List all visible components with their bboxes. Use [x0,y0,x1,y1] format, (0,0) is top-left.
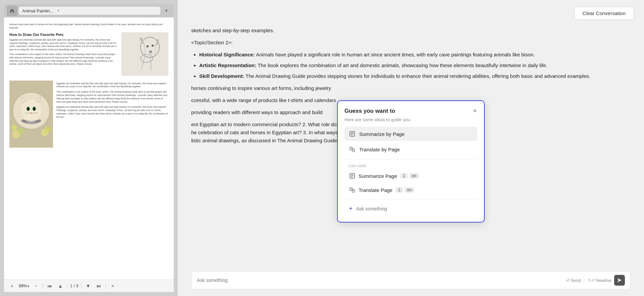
svg-point-4 [152,45,154,47]
last-translate-page-label: Translate Page [359,187,392,193]
translate-by-page-option[interactable]: Translate by Page [344,142,477,156]
tab-item[interactable]: Animal Paintin... × [19,7,160,15]
last-summarize-icon [348,172,356,180]
last-summarize-count: 1 [400,173,408,179]
home-button[interactable] [7,5,17,16]
pdf-body-text3: This combination is the subject of this … [56,90,168,103]
separator3 [81,283,82,289]
pdf-cat-image: Pajinia [9,81,53,148]
separator4 [106,283,106,289]
pdf-close-button[interactable]: × [109,282,117,290]
svg-text:Pajinia: Pajinia [27,120,35,124]
popup-ask-input[interactable] [356,206,473,211]
nav-prev-button[interactable]: ▲ [56,282,64,290]
zoom-in-button[interactable]: + [8,282,16,290]
tab-label: Animal Paintin... [22,8,54,13]
last-summarize-label-col: Summarize Page 1 en [359,173,473,179]
last-summarize-page-label: Summarize Page [359,173,397,179]
last-used-label: Last used [344,162,477,169]
svg-point-23 [12,125,17,130]
page-sep: / [74,284,75,288]
page-current: 1 [70,284,72,288]
guess-popup: Guess you want to × Here are some ideas … [337,100,485,223]
page-total: 9 [76,284,78,288]
last-summarize-page-option[interactable]: Summarize Page 1 en [344,169,477,182]
sparkle-icon: ✦ [348,205,353,212]
svg-point-22 [18,128,24,134]
zoom-level: 88% [19,284,27,288]
chat-panel: Clear Conversation sketches and step-by-… [178,0,644,296]
pdf-content: Animals have been part of human art from… [4,17,174,280]
nav-next-button[interactable]: ▼ [84,282,92,290]
svg-point-8 [21,99,41,121]
popup-divider2 [344,199,477,199]
pdf-panel: Animal Paintin... × + Animals have been … [0,0,178,296]
pdf-toolbar: + 88% ▾ − ⏮ ▲ 1 / 9 ▼ ⏭ × [4,280,174,292]
last-translate-label-col: Translate Page 1 en [359,187,473,193]
svg-point-3 [147,45,149,47]
pdf-body-text2: Egyptian art celebrates animals like cat… [56,82,168,89]
translate-by-page-label: Translate by Page [359,147,400,152]
popup-close-button[interactable]: × [472,108,477,114]
popup-subtitle: Here are some ideas to guide you. [344,117,477,122]
pdf-book-title: How to Draw Our Favorite Pets [9,32,117,37]
pdf-page: Animals have been part of human art from… [9,23,168,274]
zoom-out-button[interactable]: − [32,282,40,290]
zoom-display: 88% ▾ [19,284,29,288]
last-translate-count: 1 [396,187,403,193]
popup-title: Guess you want to [344,108,395,114]
last-summarize-lang: en [410,173,419,179]
nav-first-button[interactable]: ⏮ [46,282,54,290]
popup-header: Guess you want to × [344,108,477,114]
summarize-icon [348,130,356,138]
svg-point-5 [149,51,152,53]
last-translate-icon [348,186,356,194]
page-nav: 1 / 9 [70,284,78,288]
pdf-body-text1: This combination is the subject of this … [9,53,117,66]
summarize-by-page-label: Summarize by Page [359,131,405,137]
tab-add-button[interactable]: + [162,6,171,15]
popup-overlay: Guess you want to × Here are some ideas … [178,0,644,296]
separator1 [43,283,43,289]
pdf-intro-text: Animals have been part of human art from… [9,23,168,30]
last-translate-page-option[interactable]: Translate Page 1 en [344,184,477,196]
nav-last-button[interactable]: ⏭ [95,282,103,290]
zoom-dropdown-arrow[interactable]: ▾ [28,284,29,288]
svg-point-25 [45,126,51,132]
popup-ask-row: ✦ [344,202,477,215]
svg-point-13 [28,107,29,111]
svg-point-14 [34,107,35,111]
summarize-by-page-option[interactable]: Summarize by Page [344,127,477,141]
tab-bar: Animal Paintin... × + [4,4,174,17]
last-translate-lang: en [405,187,414,193]
tab-close-button[interactable]: × [56,8,61,13]
popup-divider [344,159,477,159]
translate-icon [348,146,356,153]
pdf-subtitle-text: Egyptian art celebrates animals like cat… [9,38,117,51]
pdf-dog-image [121,32,168,76]
separator2 [67,283,67,289]
pdf-body-text4: Egyptian art celebrates animals like cat… [56,105,168,118]
